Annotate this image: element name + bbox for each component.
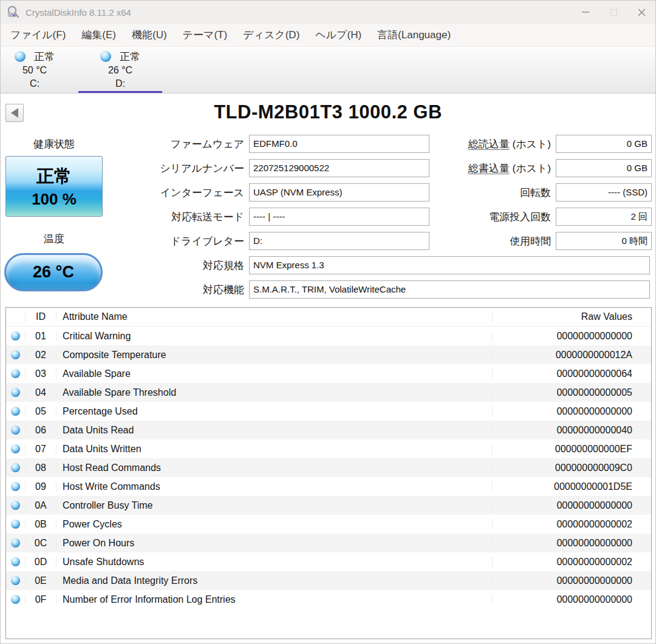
field-label-link[interactable]: 使用時間	[510, 236, 551, 247]
close-button[interactable]	[627, 1, 655, 24]
menu-bar: ファイル(F) 編集(E) 機能(U) テーマ(T) ディスク(D) ヘルプ(H…	[1, 24, 655, 47]
field-label-link[interactable]: 総読込量	[468, 138, 510, 150]
field-label: インターフェース	[37, 186, 249, 200]
maximize-button[interactable]	[600, 1, 627, 24]
attribute-id: 0D	[25, 557, 56, 568]
menu-item[interactable]: 機能(U)	[124, 24, 175, 46]
attribute-id: 0C	[25, 538, 56, 549]
field-label-link[interactable]: 総書込量	[468, 163, 510, 174]
table-row[interactable]: 07 Data Units Written 000000000000EF	[6, 439, 651, 458]
table-row[interactable]: 09 Host Write Commands 00000000001D5E	[6, 477, 651, 496]
table-row[interactable]: 0F Number of Error Information Log Entri…	[6, 590, 651, 609]
field-value: NVM Express 1.3	[249, 256, 650, 274]
table-row[interactable]: 06 Data Units Read 00000000000040	[6, 421, 651, 439]
table-row[interactable]: 05 Percentage Used 00000000000000	[6, 402, 651, 421]
field-label: 回転数	[443, 186, 556, 200]
table-row[interactable]: 01 Critical Warning 00000000000000	[6, 327, 651, 345]
maximize-icon	[610, 9, 617, 16]
field-label: 電源投入回数	[443, 210, 556, 224]
attribute-raw-value: 00000000000000	[492, 500, 651, 511]
attribute-status-orb-icon	[11, 482, 20, 491]
field-value: 2 回	[556, 208, 652, 226]
attribute-id: 06	[25, 425, 56, 436]
attribute-name: Host Read Commands	[56, 463, 492, 473]
attribute-name: Controller Busy Time	[56, 500, 492, 511]
attribute-raw-value: 00000000000000	[492, 406, 651, 417]
drive-tab[interactable]: 正常 26 °C D:	[78, 47, 162, 93]
field-label: 総書込量 (ホスト)	[443, 161, 556, 175]
drive-tab-letter: C:	[0, 78, 76, 89]
attribute-id: 02	[25, 350, 56, 361]
window-title: CrystalDiskInfo 8.11.2 x64	[26, 7, 131, 18]
attribute-id: 01	[25, 331, 56, 342]
menu-item[interactable]: ファイル(F)	[2, 24, 73, 46]
drive-tab[interactable]: 正常 50 °C C:	[0, 47, 76, 93]
attribute-name: Host Write Commands	[56, 481, 492, 492]
attribute-id: 08	[25, 463, 56, 473]
table-row[interactable]: 0A Controller Busy Time 00000000000000	[6, 496, 651, 515]
field-label: ドライブレター	[37, 234, 249, 248]
field-value: ---- | ----	[249, 208, 429, 226]
attribute-status-orb-icon	[11, 331, 20, 341]
attribute-name: Power On Hours	[56, 538, 492, 549]
drive-tab-letter: D:	[78, 78, 162, 89]
attribute-raw-value: 00000000000040	[492, 425, 651, 436]
field-label-link[interactable]: 電源投入回数	[489, 211, 551, 223]
attribute-name: Available Spare	[56, 368, 492, 379]
attribute-raw-value: 00000000000002	[492, 519, 651, 530]
field-label-suffix: (ホスト)	[510, 138, 551, 150]
attribute-status-orb-icon	[11, 350, 20, 359]
attribute-raw-value: 00000000000005	[492, 387, 651, 398]
attribute-raw-value: 00000000000000	[492, 538, 651, 549]
titlebar[interactable]: CrystalDiskInfo 8.11.2 x64	[1, 1, 655, 24]
info-row: 総書込量 (ホスト) 0 GB	[443, 159, 652, 177]
table-row[interactable]: 0D Unsafe Shutdowns 00000000000002	[6, 552, 651, 571]
field-label: 対応転送モード	[37, 210, 249, 224]
attribute-status-orb-icon	[11, 520, 20, 529]
table-row[interactable]: 0C Power On Hours 00000000000000	[6, 534, 651, 552]
table-row[interactable]: 08 Host Read Commands 000000000009C0	[6, 458, 651, 477]
attribute-name: Percentage Used	[56, 406, 492, 417]
attribute-raw-value: 00000000001D5E	[492, 481, 651, 492]
drive-title: TLD-M2B01T3 1000.2 GB	[1, 101, 655, 123]
attribute-status-orb-icon	[11, 444, 20, 453]
field-value: EDFMF0.0	[249, 135, 429, 153]
info-row: 総読込量 (ホスト) 0 GB	[443, 135, 652, 153]
field-value: 0 GB	[556, 135, 652, 153]
drive-tab-bar: 正常 50 °C C: 正常 26 °C D:	[1, 47, 655, 93]
drive-stats-form: 総読込量 (ホスト) 0 GB 総書込量 (ホスト) 0 GB 回転数 ----…	[443, 135, 652, 256]
table-row[interactable]: 0E Media and Data Integrity Errors 00000…	[6, 571, 651, 590]
attribute-status-orb-icon	[11, 576, 20, 585]
attribute-status-orb-icon	[11, 425, 20, 435]
minimize-button[interactable]	[572, 1, 600, 24]
raw-values-column-header[interactable]: Raw Values	[492, 311, 651, 322]
menu-item[interactable]: ヘルプ(H)	[307, 24, 369, 46]
attribute-raw-value: 00000000000064	[492, 368, 651, 379]
attribute-id: 03	[25, 368, 56, 379]
info-row: 対応規格 NVM Express 1.3	[37, 256, 651, 274]
info-row: 対応機能 S.M.A.R.T., TRIM, VolatileWriteCach…	[37, 280, 651, 299]
menu-item[interactable]: テーマ(T)	[175, 24, 236, 46]
menu-item[interactable]: 編集(E)	[73, 24, 124, 46]
attribute-id: 0F	[25, 594, 56, 605]
field-label: 対応機能	[37, 283, 249, 297]
table-body: 01 Critical Warning 00000000000000 02 Co…	[6, 327, 651, 609]
field-value: 0 GB	[556, 159, 652, 177]
attribute-raw-value: 000000000009C0	[492, 463, 651, 473]
table-row[interactable]: 0B Power Cycles 00000000000002	[6, 515, 651, 534]
id-column-header[interactable]: ID	[25, 311, 56, 322]
table-row[interactable]: 02 Composite Temperature 0000000000012A	[6, 345, 651, 364]
info-row: 回転数 ---- (SSD)	[443, 183, 652, 202]
menu-item[interactable]: 言語(Language)	[369, 24, 459, 46]
field-value: ---- (SSD)	[556, 183, 652, 202]
name-column-header[interactable]: Attribute Name	[56, 311, 492, 322]
smart-attribute-table: ID Attribute Name Raw Values 01 Critical…	[5, 307, 652, 639]
attribute-raw-value: 00000000000000	[492, 331, 651, 342]
crystaldiskinfo-window: { "window": { "title": "CrystalDiskInfo …	[0, 0, 656, 644]
menu-item[interactable]: ディスク(D)	[235, 24, 307, 46]
table-row[interactable]: 04 Available Spare Threshold 00000000000…	[6, 383, 651, 402]
attribute-id: 05	[25, 406, 56, 417]
field-value: 220725129000522	[249, 159, 429, 177]
table-row[interactable]: 03 Available Spare 00000000000064	[6, 364, 651, 383]
field-label-link[interactable]: 回転数	[520, 187, 551, 198]
